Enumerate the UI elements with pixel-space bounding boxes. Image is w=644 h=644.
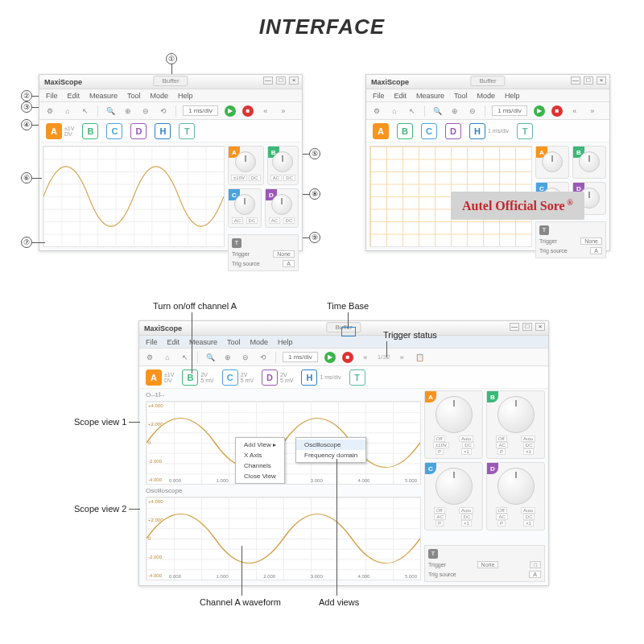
channel-b[interactable]: B — [82, 123, 98, 139]
trigger-source-dropdown[interactable]: A — [283, 260, 295, 267]
trigger-source-dropdown[interactable]: A — [529, 571, 541, 578]
timebase-chip[interactable]: H — [155, 123, 171, 139]
menu-file[interactable]: File — [146, 338, 158, 346]
home-icon[interactable]: ⌂ — [62, 105, 73, 117]
dial-a[interactable]: A — [535, 146, 569, 179]
channel-d[interactable]: D2V5 mV — [262, 369, 293, 386]
trigger-chip[interactable]: T — [349, 369, 365, 386]
undo-zoom-icon[interactable]: ⟲ — [258, 352, 269, 363]
context-close-view[interactable]: Close View — [236, 471, 284, 481]
scope-view-2[interactable]: +4.000+2.0000-2.000-4.000 0.0001.0002.00… — [146, 497, 421, 580]
nav-prev-icon[interactable]: « — [260, 105, 271, 117]
trigger-source-dropdown[interactable]: A — [590, 247, 602, 254]
max-button[interactable]: □ — [584, 76, 593, 85]
context-add-view[interactable]: Add View ▸ — [236, 440, 284, 450]
knob-icon[interactable] — [234, 194, 255, 215]
nav-next-icon[interactable]: » — [396, 352, 407, 363]
dial-a[interactable]: A±10VDC — [228, 146, 264, 185]
zoom-in-icon[interactable]: ⊕ — [449, 105, 460, 117]
clipboard-icon[interactable]: 📋 — [414, 352, 425, 363]
dial-b[interactable]: BACDC — [267, 146, 299, 185]
pointer-icon[interactable]: ↖ — [180, 352, 191, 363]
menu-file[interactable]: File — [373, 92, 385, 100]
dial-b[interactable]: BOffAutoACDCP×1 — [486, 390, 545, 459]
nav-next-icon[interactable]: » — [278, 105, 289, 117]
context-submenu[interactable]: Oscilloscope Frequency domain — [295, 437, 366, 463]
zoom-out-icon[interactable]: ⊖ — [467, 105, 478, 117]
pointer-icon[interactable]: ↖ — [407, 105, 418, 117]
channel-c[interactable]: C — [421, 123, 437, 139]
trigger-mode-dropdown[interactable]: None — [273, 250, 295, 258]
gear-icon[interactable]: ⚙ — [371, 105, 382, 117]
context-x-axis[interactable]: X Axis — [236, 450, 284, 460]
home-icon[interactable]: ⌂ — [389, 105, 400, 117]
menu-mode[interactable]: Mode — [250, 338, 269, 346]
zoom-in-icon[interactable]: ⊕ — [222, 352, 233, 363]
run-button[interactable]: ▶ — [534, 105, 545, 117]
stop-button[interactable]: ■ — [342, 352, 353, 363]
close-button[interactable]: × — [289, 76, 299, 85]
channel-a[interactable]: A±1VDV — [146, 369, 174, 386]
knob-icon[interactable] — [542, 151, 563, 172]
channel-c[interactable]: C — [106, 123, 122, 139]
nav-prev-icon[interactable]: « — [360, 352, 371, 363]
close-button[interactable]: × — [535, 323, 545, 331]
menu-measure[interactable]: Measure — [416, 92, 444, 100]
channel-b[interactable]: B — [397, 123, 413, 139]
timebase-dropdown[interactable]: 1 ms/div — [183, 105, 218, 116]
max-button[interactable]: □ — [276, 76, 286, 85]
dial-d[interactable]: DACDC — [265, 188, 299, 228]
zoom-icon[interactable]: 🔍 — [204, 352, 216, 363]
menu-file[interactable]: File — [46, 92, 58, 100]
dial-b[interactable]: B — [572, 146, 606, 179]
menu-edit[interactable]: Edit — [394, 92, 407, 100]
buffer-button[interactable]: Buffer — [470, 76, 505, 86]
context-channels[interactable]: Channels — [236, 460, 284, 471]
nav-next-icon[interactable]: » — [587, 105, 598, 117]
menu-tool[interactable]: Tool — [454, 92, 468, 100]
run-button[interactable]: ▶ — [225, 105, 236, 117]
menu-help[interactable]: Help — [278, 338, 293, 346]
max-button[interactable]: □ — [522, 323, 532, 331]
stop-button[interactable]: ■ — [551, 105, 563, 117]
menu-measure[interactable]: Measure — [89, 92, 118, 100]
buffer-button[interactable]: Buffer — [153, 76, 188, 86]
trigger-chip[interactable]: T — [517, 123, 533, 139]
zoom-icon[interactable]: 🔍 — [105, 105, 116, 117]
scope-view[interactable] — [43, 146, 225, 247]
context-sub-frequency[interactable]: Frequency domain — [296, 450, 365, 460]
zoom-out-icon[interactable]: ⊖ — [240, 352, 251, 363]
knob-icon[interactable] — [235, 151, 256, 172]
trigger-chip[interactable]: T — [179, 123, 195, 139]
channel-b[interactable]: B2V5 mV — [182, 369, 213, 386]
knob-icon[interactable] — [579, 151, 600, 172]
undo-zoom-icon[interactable]: ⟲ — [158, 105, 169, 117]
knob-icon[interactable] — [271, 194, 292, 215]
min-button[interactable]: — — [510, 323, 519, 331]
timebase-dropdown[interactable]: 1 ms/div — [283, 352, 318, 362]
channel-c[interactable]: C2V5 mV — [222, 369, 254, 386]
pointer-icon[interactable]: ↖ — [80, 105, 91, 117]
menu-tool[interactable]: Tool — [127, 92, 141, 100]
timebase-chip[interactable]: H1 ms/div — [469, 123, 509, 139]
knob-icon[interactable] — [272, 151, 293, 172]
timebase-chip[interactable]: H1 ms/div — [301, 369, 341, 386]
context-sub-oscilloscope[interactable]: Oscilloscope — [296, 440, 365, 450]
close-button[interactable]: × — [597, 76, 606, 85]
min-button[interactable]: — — [571, 76, 580, 85]
knob-icon[interactable] — [497, 468, 535, 505]
timebase-dropdown[interactable]: 1 ms/div — [492, 105, 527, 116]
knob-icon[interactable] — [436, 468, 473, 505]
dial-d[interactable]: DOffAutoACDCP×1 — [486, 462, 545, 530]
menu-mode[interactable]: Mode — [151, 92, 169, 100]
channel-d[interactable]: D — [445, 123, 461, 139]
channel-d[interactable]: D — [130, 123, 147, 139]
menu-mode[interactable]: Mode — [477, 92, 496, 100]
trigger-edge-icon[interactable]: ⎍ — [530, 561, 541, 568]
menu-help[interactable]: Help — [505, 92, 520, 100]
scope-view-1[interactable]: +4.000+2.0000-2.000-4.000 0.0001.0002.00… — [146, 401, 421, 485]
dial-a[interactable]: AOffAuto±10VDCP×1 — [424, 390, 483, 459]
menu-edit[interactable]: Edit — [167, 338, 180, 346]
stop-button[interactable]: ■ — [242, 105, 254, 117]
home-icon[interactable]: ⌂ — [162, 352, 173, 363]
